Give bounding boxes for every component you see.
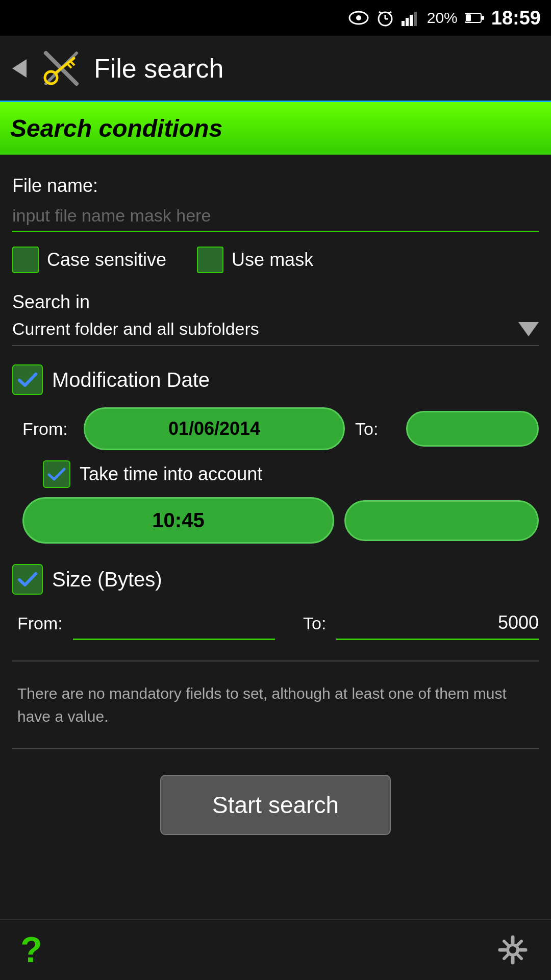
time-row [12,497,539,544]
help-icon[interactable]: ? [20,929,42,970]
modification-date-section: Modification Date From: To: Take time in… [12,364,539,544]
date-to-input[interactable] [406,411,539,447]
take-time-checkmark-icon [47,467,66,482]
checkbox-row: Case sensitive Use mask [12,247,539,273]
svg-rect-13 [466,14,471,21]
search-in-value: Current folder and all subfolders [12,319,259,339]
size-to-label: To: [285,614,326,633]
info-text: There are no mandatory fields to set, al… [12,682,539,728]
size-checkbox[interactable] [12,564,43,595]
svg-line-7 [388,12,391,14]
mod-date-checkbox-row: Modification Date [12,364,539,395]
size-title: Size (Bytes) [52,568,162,591]
app-bar: File search [0,36,551,102]
svg-line-20 [67,64,71,68]
case-sensitive-checkbox[interactable] [12,247,39,273]
size-to-input[interactable] [336,607,539,640]
svg-point-1 [356,15,361,20]
start-search-button[interactable]: Start search [160,775,391,835]
svg-line-29 [504,955,508,959]
time-to-input[interactable] [344,500,539,541]
time-from-input[interactable] [22,497,334,544]
search-in-dropdown[interactable]: Current folder and all subfolders [12,319,539,346]
dropdown-arrow-icon [518,322,539,336]
svg-line-28 [518,941,521,945]
size-section: Size (Bytes) From: To: [12,564,539,640]
status-icons: 20% 18:59 [348,7,541,29]
svg-rect-14 [482,16,484,20]
app-icon [41,48,82,89]
status-time: 18:59 [491,7,541,29]
back-button[interactable] [12,59,27,78]
size-from-label: From: [17,614,63,633]
search-conditions-title: Search conditions [10,115,222,142]
mod-date-title: Modification Date [52,369,210,391]
svg-line-19 [70,61,74,65]
size-checkmark-icon [17,571,38,588]
alarm-icon [376,9,394,27]
file-name-input[interactable] [12,201,539,232]
battery-percent: 20% [427,9,458,27]
take-time-row: Take time into account [12,460,539,488]
mod-date-checkbox[interactable] [12,364,43,395]
case-sensitive-item: Case sensitive [12,247,166,273]
date-from-input[interactable] [84,407,345,450]
checkmark-icon [17,371,38,388]
signal-icon [402,10,420,26]
use-mask-label: Use mask [232,249,313,271]
svg-rect-11 [414,12,417,26]
btn-container: Start search [12,775,539,835]
size-checkbox-row: Size (Bytes) [12,564,539,595]
size-from-input[interactable] [73,607,276,640]
svg-rect-9 [406,18,409,26]
battery-icon [465,12,484,23]
divider-1 [12,660,539,662]
bottom-bar: ? [0,919,551,980]
case-sensitive-label: Case sensitive [47,249,166,271]
use-mask-item: Use mask [197,247,313,273]
svg-line-27 [518,955,521,959]
svg-line-26 [504,941,508,945]
take-time-checkbox[interactable] [43,460,70,488]
date-from-row: From: To: [12,407,539,450]
status-bar: 20% 18:59 [0,0,551,36]
app-title: File search [94,53,223,84]
svg-point-21 [508,945,518,955]
svg-line-6 [379,12,382,14]
svg-rect-10 [410,15,413,26]
main-content: File name: Case sensitive Use mask Searc… [0,155,551,861]
settings-icon[interactable] [495,932,531,968]
eye-icon [348,11,369,25]
search-conditions-header: Search conditions [0,102,551,155]
use-mask-checkbox[interactable] [197,247,223,273]
date-from-label: From: [22,419,73,439]
date-to-label: To: [355,419,396,439]
file-name-label: File name: [12,175,539,197]
divider-2 [12,748,539,749]
size-values-row: From: To: [12,607,539,640]
take-time-label: Take time into account [80,463,262,485]
svg-rect-8 [402,21,405,26]
search-in-label: Search in [12,291,539,313]
